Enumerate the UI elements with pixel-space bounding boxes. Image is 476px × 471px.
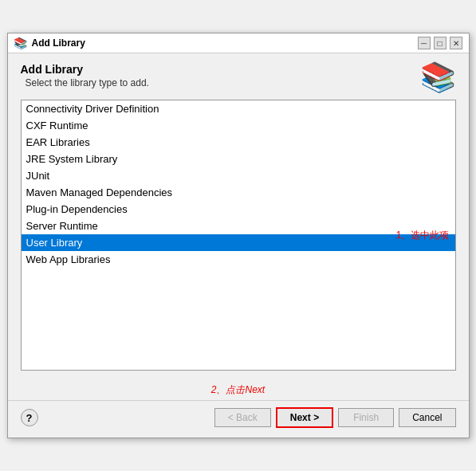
- list-item[interactable]: Connectivity Driver Definition: [22, 100, 455, 117]
- list-item[interactable]: JUnit: [22, 167, 455, 184]
- list-item[interactable]: Web App Libraries: [22, 251, 455, 268]
- list-item[interactable]: Maven Managed Dependencies: [22, 184, 455, 201]
- window-title: Add Library: [32, 37, 413, 49]
- button-bar: ? < Back Next > Finish Cancel: [8, 400, 469, 438]
- list-item[interactable]: JRE System Library: [22, 151, 455, 167]
- library-list[interactable]: Connectivity Driver DefinitionCXF Runtim…: [21, 100, 456, 371]
- step2-annotation: 2、点击Next: [8, 383, 469, 397]
- help-area: ?: [21, 409, 38, 426]
- window-icon: 📚: [14, 37, 27, 49]
- nav-buttons: < Back Next > Finish Cancel: [214, 407, 456, 428]
- list-item[interactable]: EAR Libraries: [22, 134, 455, 151]
- page-subtitle: Select the library type to add.: [26, 77, 149, 88]
- close-button[interactable]: ✕: [450, 37, 462, 49]
- dialog-window: 📚 Add Library ─ □ ✕ Add Library Select t…: [7, 33, 470, 438]
- cancel-button[interactable]: Cancel: [399, 408, 455, 427]
- list-item[interactable]: CXF Runtime: [22, 117, 455, 134]
- title-bar: 📚 Add Library ─ □ ✕: [8, 33, 469, 53]
- content-area: Add Library Select the library type to a…: [8, 53, 469, 383]
- back-button[interactable]: < Back: [214, 408, 271, 427]
- list-item[interactable]: Server Runtime: [22, 218, 455, 234]
- header-icon: 📚: [420, 63, 456, 92]
- page-header: Add Library Select the library type to a…: [21, 63, 456, 92]
- next-button[interactable]: Next >: [276, 407, 333, 428]
- list-area-wrapper: Connectivity Driver DefinitionCXF Runtim…: [21, 100, 456, 371]
- window-controls: ─ □ ✕: [418, 37, 462, 49]
- list-item[interactable]: User Library1、选中此项: [22, 234, 455, 251]
- minimize-button[interactable]: ─: [418, 37, 431, 49]
- page-title-area: Add Library Select the library type to a…: [21, 63, 149, 88]
- finish-button[interactable]: Finish: [338, 408, 394, 427]
- page-title: Add Library: [21, 63, 149, 76]
- help-button[interactable]: ?: [21, 409, 38, 426]
- maximize-button[interactable]: □: [434, 37, 446, 49]
- list-item[interactable]: Plug-in Dependencies: [22, 201, 455, 218]
